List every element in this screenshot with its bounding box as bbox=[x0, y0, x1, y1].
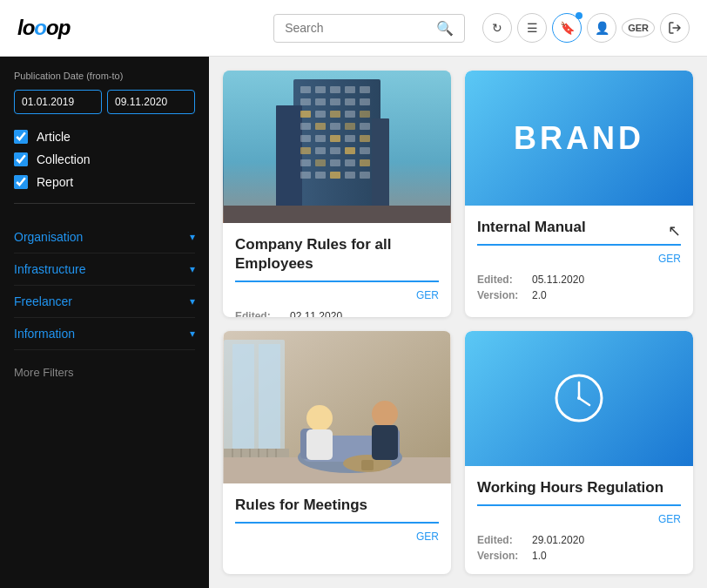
brand-text: BRAND bbox=[514, 120, 644, 157]
svg-rect-8 bbox=[360, 86, 370, 93]
checkbox-article-input[interactable] bbox=[14, 130, 28, 144]
checkbox-report[interactable]: Report bbox=[14, 175, 195, 189]
language-button[interactable]: GER bbox=[622, 18, 655, 37]
card-rules-for-meetings[interactable]: Rules for Meetings GER bbox=[223, 331, 451, 574]
svg-rect-35 bbox=[315, 159, 326, 166]
building-image bbox=[223, 71, 451, 223]
svg-rect-14 bbox=[300, 111, 311, 118]
svg-rect-15 bbox=[315, 111, 326, 118]
date-to-input[interactable] bbox=[107, 90, 195, 114]
chevron-down-icon: ▾ bbox=[190, 328, 195, 340]
chevron-down-icon: ▾ bbox=[190, 295, 195, 308]
filter-freelancer-label: Freelancer bbox=[14, 294, 72, 308]
svg-rect-19 bbox=[300, 123, 311, 130]
filter-information[interactable]: Information ▾ bbox=[14, 318, 195, 350]
svg-line-70 bbox=[579, 398, 589, 405]
svg-rect-40 bbox=[315, 172, 326, 179]
card-title: Internal Manual bbox=[477, 218, 586, 237]
meeting-image bbox=[223, 331, 451, 483]
svg-rect-12 bbox=[345, 98, 355, 105]
svg-rect-11 bbox=[330, 98, 340, 105]
version-value: 1.0 bbox=[532, 550, 547, 562]
card-lang: GER bbox=[235, 531, 439, 543]
svg-rect-37 bbox=[345, 159, 355, 166]
bookmark-button[interactable]: 🔖 bbox=[552, 13, 582, 43]
svg-rect-21 bbox=[330, 123, 340, 130]
svg-rect-22 bbox=[345, 123, 355, 130]
card-body: Internal Manual ↖ GER Edited: 05.11.2020… bbox=[465, 206, 693, 314]
svg-rect-31 bbox=[330, 147, 340, 154]
card-body: Rules for Meetings GER bbox=[223, 483, 451, 564]
svg-rect-32 bbox=[345, 147, 355, 154]
cursor-icon: ↖ bbox=[668, 221, 681, 240]
version-label: Version: bbox=[477, 289, 525, 301]
checkbox-group: Article Collection Report bbox=[14, 130, 195, 204]
card-working-hours[interactable]: Working Hours Regulation GER Edited: 29.… bbox=[465, 331, 693, 574]
filter-freelancer[interactable]: Freelancer ▾ bbox=[14, 286, 195, 318]
svg-rect-44 bbox=[224, 206, 450, 223]
refresh-button[interactable]: ↻ bbox=[482, 13, 512, 43]
sidebar: Publication Date (from-to) Article Colle… bbox=[0, 57, 209, 588]
svg-point-63 bbox=[306, 405, 333, 431]
search-input[interactable] bbox=[285, 21, 436, 35]
checkbox-report-input[interactable] bbox=[14, 175, 28, 189]
card-meta-version: Version: 1.0 bbox=[477, 550, 681, 562]
edited-value: 02.11.2020 bbox=[290, 310, 342, 317]
svg-rect-9 bbox=[300, 98, 311, 105]
svg-rect-47 bbox=[232, 344, 254, 449]
svg-rect-39 bbox=[300, 172, 311, 179]
clock-image bbox=[465, 331, 693, 466]
card-meta-version: Version: 2.0 bbox=[477, 289, 681, 301]
svg-rect-16 bbox=[330, 111, 340, 118]
header-icons: ↻ ☰ 🔖 👤 GER bbox=[482, 13, 690, 43]
checkbox-collection[interactable]: Collection bbox=[14, 152, 195, 166]
filter-infrastructure[interactable]: Infrastructure ▾ bbox=[14, 253, 195, 286]
checkbox-collection-label: Collection bbox=[37, 152, 90, 166]
svg-rect-28 bbox=[360, 135, 370, 142]
svg-rect-64 bbox=[306, 429, 333, 460]
brand-image: BRAND bbox=[465, 71, 693, 206]
svg-rect-4 bbox=[300, 86, 311, 93]
svg-rect-41 bbox=[330, 172, 340, 179]
chevron-down-icon: ▾ bbox=[190, 231, 195, 243]
svg-rect-33 bbox=[360, 147, 370, 154]
filter-organisation-label: Organisation bbox=[14, 230, 83, 244]
logout-button[interactable] bbox=[660, 13, 690, 43]
chevron-down-icon: ▾ bbox=[190, 263, 195, 275]
date-filter-label: Publication Date (from-to) bbox=[14, 71, 195, 81]
svg-rect-27 bbox=[345, 135, 355, 142]
more-filters[interactable]: More Filters bbox=[14, 355, 195, 389]
checkbox-collection-input[interactable] bbox=[14, 152, 28, 166]
card-divider bbox=[477, 244, 681, 246]
version-label: Version: bbox=[477, 550, 525, 562]
layout: Publication Date (from-to) Article Colle… bbox=[0, 57, 707, 588]
user-button[interactable]: 👤 bbox=[587, 13, 616, 43]
svg-rect-10 bbox=[315, 98, 326, 105]
list-button[interactable]: ☰ bbox=[517, 13, 547, 43]
card-lang: GER bbox=[235, 289, 439, 301]
edited-label: Edited: bbox=[235, 310, 283, 317]
main-content: Company Rules for all Employees GER Edit… bbox=[209, 57, 707, 588]
card-divider bbox=[235, 522, 439, 524]
svg-rect-18 bbox=[360, 111, 370, 118]
svg-rect-25 bbox=[315, 135, 326, 142]
search-button[interactable]: 🔍 bbox=[436, 20, 454, 37]
card-divider bbox=[477, 504, 681, 506]
svg-rect-26 bbox=[330, 135, 340, 142]
card-title: Rules for Meetings bbox=[235, 496, 439, 515]
svg-rect-7 bbox=[345, 86, 355, 93]
card-meta: Edited: 05.11.2020 Version: 2.0 bbox=[477, 274, 681, 301]
checkbox-article[interactable]: Article bbox=[14, 130, 195, 144]
filter-group: Organisation ▾ Infrastructure ▾ Freelanc… bbox=[14, 221, 195, 350]
svg-rect-48 bbox=[259, 344, 280, 449]
svg-rect-62 bbox=[361, 460, 374, 470]
date-from-input[interactable] bbox=[14, 90, 102, 114]
card-company-rules[interactable]: Company Rules for all Employees GER Edit… bbox=[223, 71, 451, 317]
svg-rect-17 bbox=[345, 111, 355, 118]
filter-organisation[interactable]: Organisation ▾ bbox=[14, 221, 195, 253]
svg-rect-29 bbox=[300, 147, 311, 154]
card-internal-manual[interactable]: BRAND Internal Manual ↖ GER Edited: 05.1… bbox=[465, 71, 693, 317]
card-meta-edited: Edited: 05.11.2020 bbox=[477, 274, 681, 286]
edited-label: Edited: bbox=[477, 534, 525, 546]
card-body: Working Hours Regulation GER Edited: 29.… bbox=[465, 466, 693, 574]
